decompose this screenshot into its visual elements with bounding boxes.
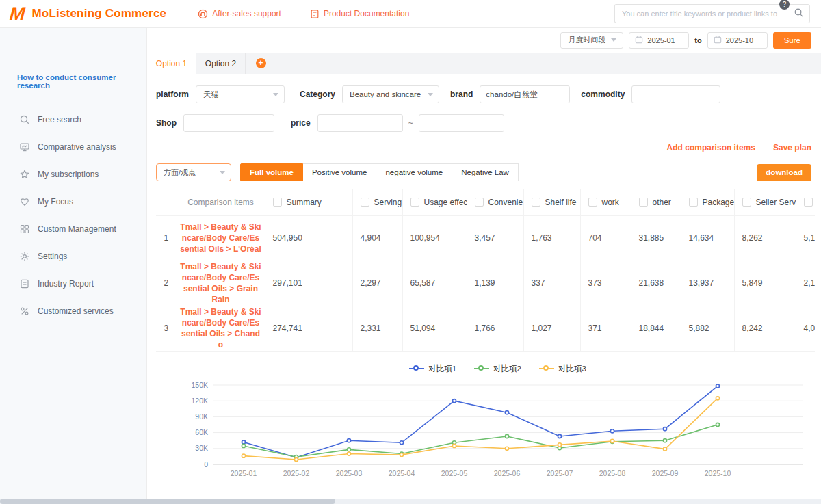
column-label: Servings bbox=[374, 198, 403, 207]
after-sales-support-link[interactable]: After-sales support bbox=[198, 9, 281, 19]
metric-value: 13,937 bbox=[681, 261, 734, 306]
download-button[interactable]: download bbox=[757, 164, 811, 181]
board-chart-icon bbox=[18, 142, 30, 153]
sidebar-guide-link[interactable]: How to conduct consumer research bbox=[0, 73, 146, 90]
document-icon bbox=[310, 9, 320, 19]
legend-dot-icon bbox=[413, 365, 419, 371]
column-usage-effect: Usage effect bbox=[402, 189, 467, 215]
comparison-item-link[interactable]: Tmall > Beauty & Skincare/Body Care/Esse… bbox=[177, 306, 265, 351]
column-checkbox[interactable] bbox=[532, 198, 540, 207]
sidebar-item-comparative-analysis[interactable]: Comparative analysis bbox=[0, 133, 146, 161]
platform-label: platform bbox=[156, 90, 189, 99]
metric-value: 1,027 bbox=[523, 306, 580, 351]
svg-text:60K: 60K bbox=[195, 428, 208, 436]
column-label: work bbox=[602, 198, 619, 207]
sure-button[interactable]: Sure bbox=[773, 32, 811, 49]
legend-item-对比项1[interactable]: 对比项1 bbox=[409, 364, 456, 374]
add-tab-button[interactable]: + bbox=[246, 53, 276, 74]
sidebar-item-my-focus[interactable]: My Focus bbox=[0, 188, 146, 215]
price-max-input[interactable] bbox=[419, 114, 504, 132]
category-value: Beauty and skincare bbox=[350, 90, 421, 98]
metric-value: 14,634 bbox=[681, 215, 734, 261]
column-index bbox=[156, 189, 177, 215]
sidebar-menu: Free searchComparative analysisMy subscr… bbox=[0, 106, 146, 325]
comparison-item-link[interactable]: Tmall > Beauty & Skincare/Body Care/Esse… bbox=[177, 261, 265, 306]
column-seller-services: Seller Services bbox=[734, 189, 796, 215]
sidebar-item-custom-management[interactable]: Custom Management bbox=[0, 215, 146, 243]
legend-item-对比项2[interactable]: 对比项2 bbox=[474, 364, 521, 374]
grid-icon bbox=[18, 224, 30, 235]
table-row: 3Tmall > Beauty & Skincare/Body Care/Ess… bbox=[156, 306, 815, 351]
comparison-table-wrap: Comparison itemsSummaryServingsUsage eff… bbox=[156, 189, 815, 352]
metric-value: 297,101 bbox=[265, 261, 352, 306]
sidebar-item-customized-services[interactable]: Customized services bbox=[0, 297, 146, 325]
svg-text:2025-06: 2025-06 bbox=[494, 469, 521, 477]
main-content: 月度时间段 2025-01 to 2025-10 Sure bbox=[147, 28, 821, 499]
svg-text:150K: 150K bbox=[191, 380, 208, 388]
metric-value: 371 bbox=[580, 306, 631, 351]
sidebar-item-my-subscriptions[interactable]: My subscriptions bbox=[0, 161, 146, 188]
row-index: 1 bbox=[156, 215, 177, 261]
metric-value: 2,12 bbox=[796, 261, 815, 306]
metric-value: 3,457 bbox=[467, 215, 523, 261]
column-checkbox[interactable] bbox=[639, 198, 648, 207]
legend-label: 对比项1 bbox=[428, 364, 456, 374]
column-label: Summary bbox=[287, 198, 322, 207]
svg-text:2025-02: 2025-02 bbox=[283, 469, 310, 477]
segment-full-volume[interactable]: Full volume bbox=[240, 163, 303, 181]
sidebar-item-industry-report[interactable]: Industry Report bbox=[0, 270, 146, 297]
column-label: Package bbox=[703, 198, 735, 207]
aspect-select[interactable]: 方面/观点 bbox=[156, 163, 231, 181]
column-checkbox[interactable] bbox=[742, 198, 751, 207]
column-checkbox[interactable] bbox=[410, 198, 419, 207]
segment-positive-volume[interactable]: Positive volume bbox=[303, 163, 377, 181]
product-documentation-link[interactable]: Product Documentation bbox=[310, 9, 409, 19]
date-from-picker[interactable]: 2025-01 bbox=[629, 32, 689, 49]
chevron-down-icon bbox=[273, 93, 278, 96]
column-label: Usage effect bbox=[424, 198, 467, 207]
sidebar-item-settings[interactable]: Settings bbox=[0, 243, 146, 270]
column-checkbox[interactable] bbox=[361, 198, 369, 207]
date-from-value: 2025-01 bbox=[647, 36, 675, 44]
sidebar: How to conduct consumer research Free se… bbox=[0, 28, 147, 499]
commodity-label: commodity bbox=[581, 90, 625, 99]
segment-negative-law[interactable]: Negative Law bbox=[452, 163, 519, 181]
category-select[interactable]: Beauty and skincare bbox=[342, 85, 439, 103]
sidebar-item-free-search[interactable]: Free search bbox=[0, 106, 146, 133]
price-range-separator: ~ bbox=[408, 118, 413, 128]
column-checkbox[interactable] bbox=[475, 198, 484, 207]
legend-item-对比项3[interactable]: 对比项3 bbox=[539, 364, 586, 374]
headset-icon bbox=[198, 9, 208, 19]
date-to-picker[interactable]: 2025-10 bbox=[707, 32, 768, 49]
column-checkbox[interactable] bbox=[588, 198, 597, 207]
search-button[interactable] bbox=[787, 4, 810, 23]
add-comparison-items-link[interactable]: Add comparison items bbox=[667, 143, 755, 152]
commodity-input[interactable] bbox=[631, 85, 720, 103]
tab-option-2[interactable]: Option 2 bbox=[196, 53, 246, 74]
platform-select[interactable]: 天猫 bbox=[196, 85, 285, 103]
scrollbar-thumb[interactable] bbox=[0, 499, 335, 504]
column-checkbox[interactable] bbox=[273, 198, 282, 207]
brand-input[interactable] bbox=[480, 85, 570, 103]
price-min-input[interactable] bbox=[317, 114, 403, 132]
search-input[interactable] bbox=[614, 4, 787, 23]
metric-value: 5,17 bbox=[796, 215, 815, 261]
column-checkbox[interactable] bbox=[804, 198, 813, 207]
sidebar-item-label: Free search bbox=[38, 115, 81, 124]
svg-text:2025-04: 2025-04 bbox=[389, 469, 415, 477]
period-type-select[interactable]: 月度时间段 bbox=[560, 32, 623, 49]
comparison-item-link[interactable]: Tmall > Beauty & Skincare/Body Care/Esse… bbox=[177, 215, 265, 261]
table-row: 1Tmall > Beauty & Skincare/Body Care/Ess… bbox=[156, 215, 815, 261]
segment-negative-volume[interactable]: negative volume bbox=[376, 163, 452, 181]
comparison-table: Comparison itemsSummaryServingsUsage eff… bbox=[156, 189, 815, 352]
search-icon bbox=[18, 114, 30, 126]
metric-value: 4,904 bbox=[352, 215, 402, 261]
metric-value: 704 bbox=[580, 215, 631, 261]
sidebar-item-label: Industry Report bbox=[38, 279, 94, 289]
shop-input[interactable] bbox=[183, 114, 274, 132]
column-checkbox[interactable] bbox=[689, 198, 698, 207]
metric-value: 504,950 bbox=[265, 215, 352, 261]
metric-value: 65,587 bbox=[402, 261, 467, 306]
save-plan-link[interactable]: Save plan bbox=[773, 143, 811, 152]
tab-option-1[interactable]: Option 1 bbox=[147, 53, 196, 74]
